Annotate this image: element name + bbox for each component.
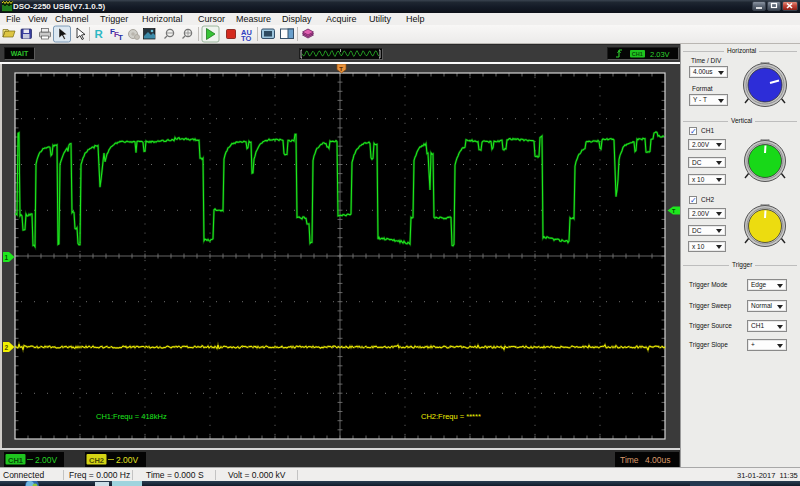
svg-text:CH1: CH1 <box>8 456 23 465</box>
svg-text:2.00V: 2.00V <box>35 455 58 465</box>
svg-text:R: R <box>95 28 104 40</box>
svg-text:2: 2 <box>5 344 9 351</box>
svg-text:CH2:Frequ = *****: CH2:Frequ = ***** <box>421 412 481 421</box>
svg-text:1: 1 <box>5 254 9 261</box>
svg-text:Time: Time <box>620 455 639 465</box>
svg-text:T: T <box>118 33 123 42</box>
svg-text:4.00us: 4.00us <box>645 455 671 465</box>
svg-text:CH2: CH2 <box>89 456 104 465</box>
svg-text:CH1: CH1 <box>632 51 643 57</box>
svg-text:2.00V: 2.00V <box>116 455 139 465</box>
svg-text:T: T <box>339 66 343 72</box>
svg-text:2.03V: 2.03V <box>650 50 670 59</box>
svg-text:CH1:Frequ = 418kHz: CH1:Frequ = 418kHz <box>96 412 167 421</box>
svg-text:TO: TO <box>241 34 251 43</box>
